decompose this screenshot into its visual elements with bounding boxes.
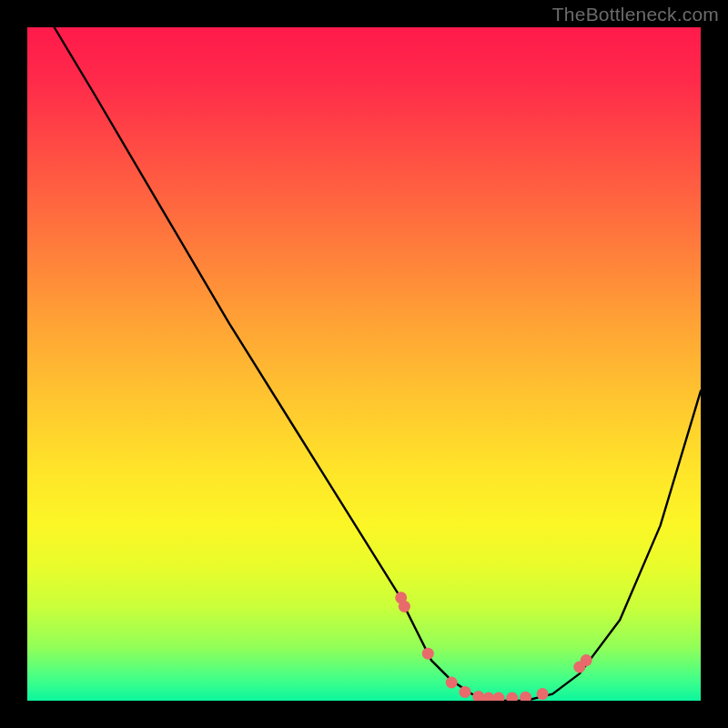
svg-point-4 [460,686,471,698]
svg-point-7 [493,693,505,702]
svg-point-6 [482,693,494,702]
svg-point-5 [472,691,484,701]
svg-point-8 [506,693,518,702]
svg-point-9 [520,692,531,701]
watermark-text: TheBottleneck.com [552,4,719,25]
svg-point-10 [537,688,549,700]
svg-point-3 [446,677,458,689]
svg-point-1 [399,601,410,612]
svg-point-2 [422,648,434,660]
plot-area [27,27,701,701]
curve-line [55,27,701,701]
chart-svg [27,27,701,701]
svg-point-12 [581,654,592,666]
chart-frame: TheBottleneck.com [0,0,728,728]
